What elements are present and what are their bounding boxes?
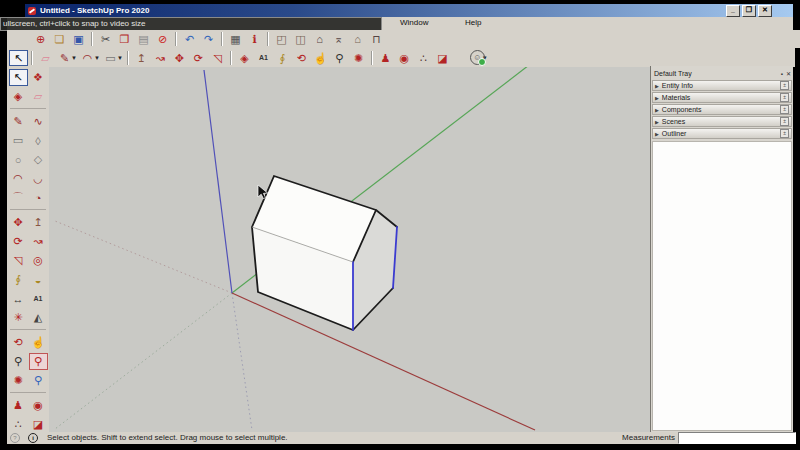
- tool-push-pull[interactable]: ↥: [29, 214, 48, 231]
- tool-scale[interactable]: ◹: [9, 252, 28, 269]
- tool-two-point-arc[interactable]: ◡: [29, 170, 48, 187]
- tool-freehand[interactable]: ∿: [29, 113, 48, 130]
- rectangle-dropdown-icon[interactable]: ▼: [117, 55, 123, 61]
- expand-arrow-icon[interactable]: ▶: [655, 131, 659, 137]
- toolbar-icon-pan[interactable]: ☝: [311, 50, 330, 66]
- tool-eraser[interactable]: ▱: [29, 88, 48, 105]
- section-options-button[interactable]: ±: [780, 105, 789, 114]
- tray-section-materials[interactable]: ▶Materials±: [652, 92, 792, 103]
- tool-three-point-arc[interactable]: ⌒: [9, 189, 28, 206]
- toolbar-icon-save[interactable]: ▣: [69, 31, 88, 47]
- toolbar-icon-zoom[interactable]: ⚲: [330, 50, 349, 66]
- tool-rotated-rectangle[interactable]: ◊: [29, 132, 48, 149]
- tool-rotate[interactable]: ⟳: [9, 233, 28, 250]
- tool-circle[interactable]: ○: [9, 151, 28, 168]
- section-options-button[interactable]: ±: [780, 93, 789, 102]
- toolbar-icon-sign-in[interactable]: ☺: [470, 50, 485, 65]
- tool-text[interactable]: A1: [29, 290, 48, 307]
- line-dropdown-icon[interactable]: ▼: [71, 55, 77, 61]
- toolbar-icon-select[interactable]: ↖: [9, 50, 28, 66]
- measurements-input[interactable]: [678, 432, 796, 444]
- tray-close-icon[interactable]: ✕: [786, 71, 791, 77]
- tool-select[interactable]: ↖: [9, 69, 28, 86]
- tool-position-camera[interactable]: ♟: [9, 397, 28, 414]
- tool-move[interactable]: ✥: [9, 214, 28, 231]
- toolbar-icon-redo[interactable]: ↷: [199, 31, 218, 47]
- tool-section-plane[interactable]: ◪: [29, 416, 48, 432]
- tray-section-components[interactable]: ▶Components±: [652, 104, 792, 115]
- tool-dimension[interactable]: ↔: [9, 290, 28, 307]
- tool-walk[interactable]: ∴: [9, 416, 28, 432]
- close-button[interactable]: ✕: [758, 5, 772, 17]
- arc-dropdown-icon[interactable]: ▼: [94, 55, 100, 61]
- toolbar-icon-move[interactable]: ✥: [170, 50, 189, 66]
- toolbar-icon-text[interactable]: A1: [254, 50, 273, 66]
- tool-polygon[interactable]: ◇: [29, 151, 48, 168]
- tool-arc[interactable]: ◠: [9, 170, 28, 187]
- tool-paint-bucket[interactable]: ◈: [9, 88, 28, 105]
- toolbar-icon-orbit[interactable]: ⟲: [292, 50, 311, 66]
- toolbar-icon-cut[interactable]: ✂: [96, 31, 115, 47]
- toolbar-icon-section-plane[interactable]: ◪: [433, 50, 452, 66]
- tool-rectangle[interactable]: ▭: [9, 132, 28, 149]
- toolbar-icon-view-back[interactable]: ⌂: [348, 31, 367, 47]
- toolbar-icon-view-top[interactable]: ◫: [291, 31, 310, 47]
- expand-arrow-icon[interactable]: ▶: [655, 83, 659, 89]
- tray-section-scenes[interactable]: ▶Scenes±: [652, 116, 792, 127]
- toolbar-icon-position-camera[interactable]: ♟: [376, 50, 395, 66]
- toolbar-icon-paste[interactable]: ▤: [134, 31, 153, 47]
- toolbar-icon-model-info[interactable]: ℹ: [245, 31, 264, 47]
- tool-zoom-window[interactable]: ⚲: [29, 353, 48, 370]
- toolbar-icon-open[interactable]: ❏: [50, 31, 69, 47]
- toolbar-icon-rotate[interactable]: ⟳: [189, 50, 208, 66]
- tool-orbit[interactable]: ⟲: [9, 334, 28, 351]
- menu-window[interactable]: Window: [400, 18, 428, 27]
- expand-arrow-icon[interactable]: ▶: [655, 119, 659, 125]
- toolbar-icon-walk[interactable]: ∴: [414, 50, 433, 66]
- section-options-button[interactable]: ±: [780, 117, 789, 126]
- tool-zoom-extents[interactable]: ✺: [9, 372, 28, 389]
- toolbar-icon-tape-measure[interactable]: ∮: [273, 50, 292, 66]
- tool-look-around[interactable]: ◉: [29, 397, 48, 414]
- toolbar-icon-paint-bucket[interactable]: ◈: [235, 50, 254, 66]
- toolbar-icon-follow-me[interactable]: ↝: [151, 50, 170, 66]
- toolbar-icon-eraser[interactable]: ▱: [36, 50, 55, 66]
- tray-section-entity-info[interactable]: ▶Entity Info±: [652, 80, 792, 91]
- tool-offset[interactable]: ◎: [29, 252, 48, 269]
- geolocation-icon[interactable]: i: [28, 433, 38, 443]
- tool-pan[interactable]: ☝: [29, 334, 48, 351]
- tool-make-component[interactable]: ❖: [29, 69, 48, 86]
- tool-three-d-text[interactable]: ◭: [29, 309, 48, 326]
- toolbar-icon-view-iso[interactable]: ◰: [272, 31, 291, 47]
- tool-zoom[interactable]: ⚲: [9, 353, 28, 370]
- section-options-button[interactable]: ±: [780, 129, 789, 138]
- toolbar-icon-new[interactable]: ⊕: [31, 31, 50, 47]
- tool-line[interactable]: ✎: [9, 113, 28, 130]
- minimize-button[interactable]: _: [726, 5, 740, 17]
- toolbar-icon-copy[interactable]: ❐: [115, 31, 134, 47]
- toolbar-icon-undo[interactable]: ↶: [180, 31, 199, 47]
- menu-help[interactable]: Help: [465, 18, 481, 27]
- toolbar-icon-look-around[interactable]: ◉: [395, 50, 414, 66]
- tool-protractor[interactable]: ◒: [29, 271, 48, 288]
- title-bar[interactable]: Untitled - SketchUp Pro 2020 _❒✕: [25, 4, 793, 17]
- toolbar-icon-push-pull[interactable]: ↥: [132, 50, 151, 66]
- tool-zoom-previous[interactable]: ⚲: [29, 372, 48, 389]
- tool-pie[interactable]: ◔: [29, 189, 48, 206]
- expand-arrow-icon[interactable]: ▶: [655, 107, 659, 113]
- expand-arrow-icon[interactable]: ▶: [655, 95, 659, 101]
- toolbar-icon-zoom-extents[interactable]: ✺: [349, 50, 368, 66]
- toolbar-icon-view-right[interactable]: ⌅: [329, 31, 348, 47]
- tray-pin-icon[interactable]: ▪: [781, 71, 783, 77]
- tool-follow-me[interactable]: ↝: [29, 233, 48, 250]
- section-options-button[interactable]: ±: [780, 81, 789, 90]
- toolbar-icon-scale[interactable]: ◹: [208, 50, 227, 66]
- tool-tape-measure[interactable]: ∮: [9, 271, 28, 288]
- tool-axes[interactable]: ✳: [9, 309, 28, 326]
- toolbar-icon-print[interactable]: ▦: [226, 31, 245, 47]
- toolbar-icon-erase[interactable]: ⊘: [153, 31, 172, 47]
- maximize-button[interactable]: ❒: [742, 5, 756, 17]
- tray-section-outliner[interactable]: ▶Outliner±: [652, 128, 792, 139]
- modeling-viewport[interactable]: [49, 67, 650, 432]
- viewport-canvas[interactable]: [49, 67, 650, 432]
